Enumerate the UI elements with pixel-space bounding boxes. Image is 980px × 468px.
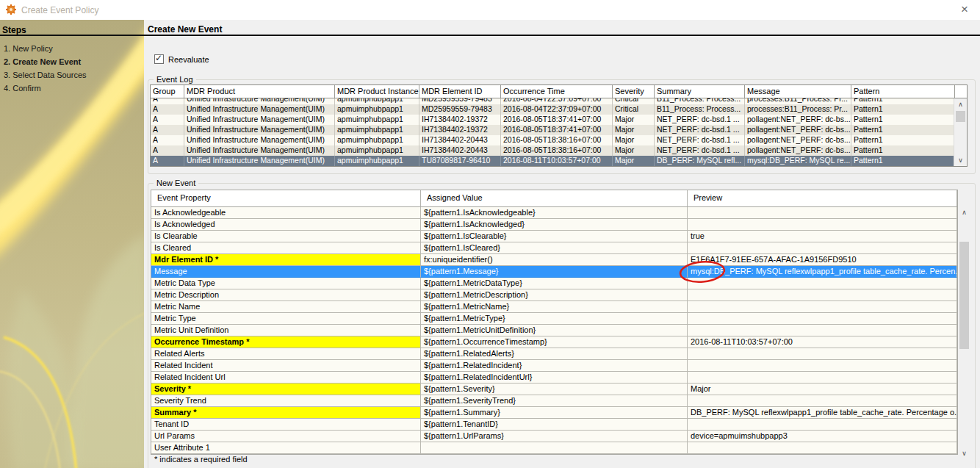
elog-cell: Major xyxy=(613,125,655,135)
new-event-row[interactable]: Metric Description${pattern1.MetricDescr… xyxy=(151,289,957,301)
elog-cell: Unified Infrastructure Management(UIM) xyxy=(184,115,335,125)
assigned-value-cell[interactable]: ${pattern1.OccurrenceTimestamp} xyxy=(421,336,688,348)
new-event-row[interactable]: Related Alerts${pattern1.RelatedAlerts} xyxy=(151,348,957,360)
new-event-row[interactable]: Metric Type${pattern1.MetricType} xyxy=(151,313,957,325)
event-property-cell: Related Incident Url xyxy=(151,372,421,384)
assigned-value-cell[interactable]: ${pattern1.MetricDataType} xyxy=(421,278,688,289)
event-log-row[interactable]: AUnified Infrastructure Management(UIM)a… xyxy=(151,115,967,125)
elog-cell: A xyxy=(151,98,184,104)
elog-column-header: Message xyxy=(745,85,851,98)
event-log-scrollbar[interactable]: ∧ ∨ xyxy=(954,98,967,166)
preview-cell xyxy=(688,289,957,301)
new-event-row[interactable]: Metric Data Type${pattern1.MetricDataTyp… xyxy=(151,278,957,289)
elog-cell: Major xyxy=(613,135,655,145)
new-event-row[interactable]: Message${pattern1.Message}mysql:DB_PERF:… xyxy=(151,266,957,278)
new-event-row[interactable]: Is Clearable${pattern1.IsClearable}true xyxy=(151,231,957,242)
new-event-row[interactable]: Related Incident${pattern1.RelatedIncide… xyxy=(151,360,957,372)
new-event-row[interactable]: Summary *${pattern1.Summary}DB_PERF: MyS… xyxy=(151,407,957,419)
assigned-value-cell[interactable]: ${pattern1.IsAcknowledged} xyxy=(421,219,688,231)
new-event-row[interactable]: Occurrence Timestamp *${pattern1.Occurre… xyxy=(151,336,957,348)
assigned-value-cell[interactable]: ${pattern1.Summary} xyxy=(421,407,688,419)
reevaluate-checkbox[interactable]: ✓ xyxy=(154,54,164,64)
sidebar-step-2[interactable]: 2. Create New Event xyxy=(4,57,87,67)
event-log-row[interactable]: AUnified Infrastructure Management(UIM)a… xyxy=(151,135,967,145)
new-event-row[interactable]: Is Acknowledged${pattern1.IsAcknowledged… xyxy=(151,219,957,231)
new-event-row[interactable]: Mdr Element ID *fx:uniqueidentifier()E1F… xyxy=(151,254,957,266)
event-log-scroll-thumb[interactable] xyxy=(956,111,965,122)
assigned-value-cell[interactable]: ${pattern1.MetricName} xyxy=(421,301,688,313)
elog-cell: apmuimphubpapp1 xyxy=(335,125,419,135)
elog-cell: DB_PERF: MySQL refl... xyxy=(655,156,745,166)
scroll-down-icon[interactable]: ∨ xyxy=(954,154,967,166)
preview-cell: device=apmuimshubpapp3 xyxy=(688,431,957,442)
scroll-down-icon[interactable]: ∨ xyxy=(958,447,970,459)
new-event-row[interactable]: Related Incident Url${pattern1.RelatedIn… xyxy=(151,372,957,384)
assigned-value-cell[interactable]: ${pattern1.RelatedIncident} xyxy=(421,360,688,372)
elog-cell: A xyxy=(151,104,184,115)
assigned-value-cell[interactable]: ${pattern1.IsClearable} xyxy=(421,231,688,242)
elog-cell: Unified Infrastructure Management(UIM) xyxy=(184,125,335,135)
assigned-value-cell[interactable] xyxy=(421,442,688,454)
new-event-row[interactable]: Tenant ID${pattern1.TenantID} xyxy=(151,419,957,431)
assigned-value-cell[interactable]: ${pattern1.RelatedIncidentUrl} xyxy=(421,372,688,384)
event-log-row[interactable]: AUnified Infrastructure Management(UIM)a… xyxy=(151,104,967,115)
elog-cell: apmuimphubpapp1 xyxy=(335,145,419,156)
close-icon[interactable]: × xyxy=(956,1,973,18)
sidebar-step-4[interactable]: 4. Confirm xyxy=(4,84,87,93)
elog-cell: apmuimphubpapp1 xyxy=(335,104,419,115)
assigned-value-cell[interactable]: ${pattern1.MetricUnitDefinition} xyxy=(421,325,688,336)
new-event-row[interactable]: Is Acknowledgeable${pattern1.IsAcknowled… xyxy=(151,207,957,219)
scroll-up-icon[interactable]: ∧ xyxy=(958,206,970,218)
elog-cell: 2016-08-11T10:03:57+07:00 xyxy=(501,156,613,166)
elog-cell: TU87089817-96410 xyxy=(419,156,501,166)
sidebar-step-3[interactable]: 3. Select Data Sources xyxy=(4,71,87,80)
event-log-row[interactable]: AUnified Infrastructure Management(UIM)a… xyxy=(151,125,967,135)
scroll-up-icon[interactable]: ∧ xyxy=(954,98,967,110)
new-event-row[interactable]: Severity Trend${pattern1.SeverityTrend} xyxy=(151,395,957,407)
new-event-row[interactable]: Metric Unit Definition${pattern1.MetricU… xyxy=(151,325,957,336)
new-event-scroll-thumb[interactable] xyxy=(959,242,969,349)
header-underline xyxy=(0,35,980,36)
event-log-row[interactable]: AUnified Infrastructure Management(UIM)a… xyxy=(151,156,967,166)
preview-cell xyxy=(688,325,957,336)
preview-cell: true xyxy=(688,231,957,242)
new-event-scrollbar[interactable]: ∧ ∨ xyxy=(958,206,970,459)
elog-cell: apmuimphubpapp1 xyxy=(335,135,419,145)
event-log-row[interactable]: AUnified Infrastructure Management(UIM)a… xyxy=(151,145,967,156)
assigned-value-cell[interactable]: ${pattern1.TenantID} xyxy=(421,419,688,431)
preview-cell: E1F6A1F7-91EE-657A-AFAC-1A9156FD9510 xyxy=(688,254,957,266)
assigned-value-cell[interactable]: ${pattern1.IsCleared} xyxy=(421,242,688,254)
new-event-row[interactable]: User Attribute 1 xyxy=(151,442,957,454)
assigned-value-cell[interactable]: ${pattern1.Message} xyxy=(421,266,688,278)
elog-cell: Unified Infrastructure Management(UIM) xyxy=(184,104,335,115)
assigned-value-cell[interactable]: fx:uniqueidentifier() xyxy=(421,254,688,266)
new-event-row[interactable]: Metric Name${pattern1.MetricName} xyxy=(151,301,957,313)
preview-cell xyxy=(688,419,957,431)
assigned-value-cell[interactable]: ${pattern1.MetricType} xyxy=(421,313,688,325)
new-event-column-header: Assigned Value xyxy=(421,190,688,206)
event-log-row[interactable]: AUnified Infrastructure Management(UIM)a… xyxy=(151,98,967,104)
event-property-cell: Url Params xyxy=(151,431,421,442)
assigned-value-cell[interactable]: ${pattern1.MetricDescription} xyxy=(421,289,688,301)
event-property-cell: Severity * xyxy=(151,384,421,395)
event-log-table: GroupMDR ProductMDR Product InstanceMDR … xyxy=(150,84,968,167)
assigned-value-cell[interactable]: ${pattern1.IsAcknowledgeable} xyxy=(421,207,688,219)
event-property-cell: User Attribute 1 xyxy=(151,442,421,454)
sidebar-step-1[interactable]: 1. New Policy xyxy=(4,44,87,54)
assigned-value-cell[interactable]: ${pattern1.Severity} xyxy=(421,384,688,395)
event-property-cell: Related Alerts xyxy=(151,348,421,360)
elog-cell: 2016-08-05T18:37:41+07:00 xyxy=(501,125,613,135)
new-event-row[interactable]: Is Cleared${pattern1.IsCleared} xyxy=(151,242,957,254)
assigned-value-cell[interactable]: ${pattern1.UrlParams} xyxy=(421,431,688,442)
assigned-value-cell[interactable]: ${pattern1.SeverityTrend} xyxy=(421,395,688,407)
assigned-value-cell[interactable]: ${pattern1.RelatedAlerts} xyxy=(421,348,688,360)
preview-cell xyxy=(688,372,957,384)
elog-cell: 2016-08-05T18:37:41+07:00 xyxy=(501,115,613,125)
elog-cell: apmuimphubpapp1 xyxy=(335,156,419,166)
new-event-row[interactable]: Url Params${pattern1.UrlParams}device=ap… xyxy=(151,431,957,442)
new-event-row[interactable]: Severity *${pattern1.Severity}Major xyxy=(151,384,957,395)
checkmark-icon: ✓ xyxy=(155,54,162,63)
event-property-cell: Metric Data Type xyxy=(151,278,421,289)
window-title: Create Event Policy xyxy=(21,5,98,15)
preview-cell: mysql:DB_PERF: MySQL reflexwlpapp1_profi… xyxy=(688,266,957,278)
